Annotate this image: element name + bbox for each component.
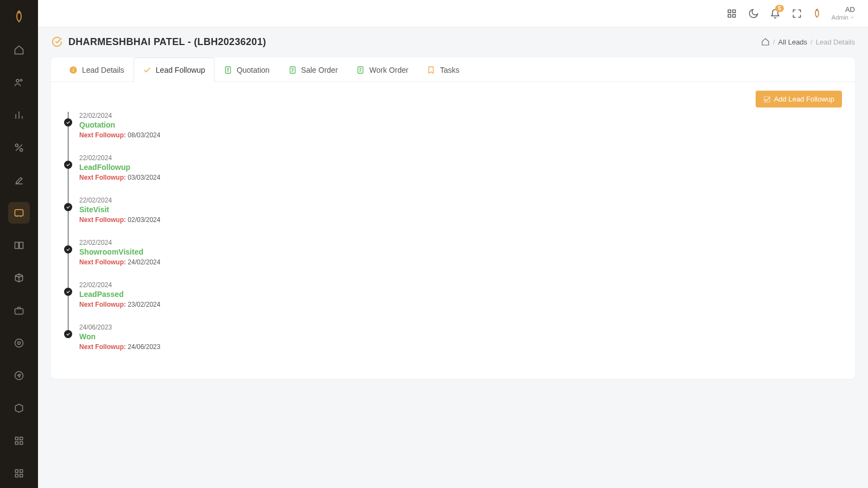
tab-label: Sale Order — [301, 66, 338, 74]
tab-label: Tasks — [440, 66, 459, 74]
fullscreen-icon[interactable] — [791, 8, 802, 19]
timeline-next: Next Followup: 24/06/2023 — [79, 343, 842, 351]
next-followup-date: 23/02/2024 — [128, 301, 160, 308]
nav-briefcase-icon[interactable] — [8, 300, 30, 321]
svg-point-3 — [15, 144, 18, 147]
nav-home-icon[interactable] — [8, 39, 30, 61]
chevron-down-icon — [850, 15, 855, 20]
content-card: Lead Details Lead Followup Quotation — [51, 58, 855, 379]
nav-package-icon[interactable] — [8, 397, 30, 419]
nav-users-icon[interactable] — [8, 72, 30, 93]
timeline-date: 22/02/2024 — [79, 197, 842, 204]
tab-sale-order[interactable]: Sale Order — [279, 58, 347, 82]
timeline-item: 22/02/2024LeadPassedNext Followup: 23/02… — [64, 281, 842, 324]
page-header: DHARMESHBHAI PATEL - (LBH20236201) / All… — [38, 27, 868, 52]
next-followup-label: Next Followup: — [79, 301, 126, 308]
tab-quotation[interactable]: Quotation — [214, 58, 279, 82]
timeline-item: 24/06/2023WonNext Followup: 24/06/2023 — [64, 324, 842, 366]
timeline-next: Next Followup: 03/03/2024 — [79, 174, 842, 181]
svg-point-8 — [18, 342, 21, 345]
page-title: DHARMESHBHAI PATEL - (LBH20236201) — [68, 36, 266, 48]
next-followup-label: Next Followup: — [79, 216, 126, 224]
tab-label: Lead Followup — [156, 66, 205, 74]
svg-rect-17 — [20, 474, 23, 477]
brand-small-icon[interactable] — [813, 8, 821, 20]
timeline-dot-icon — [64, 118, 72, 126]
svg-rect-11 — [20, 437, 23, 440]
tabs: Lead Details Lead Followup Quotation — [51, 58, 855, 82]
next-followup-date: 03/03/2024 — [128, 174, 160, 181]
info-icon — [69, 66, 78, 74]
bookmark-icon — [427, 66, 435, 74]
breadcrumb: / All Leads / Lead Details — [761, 37, 855, 46]
next-followup-date: 24/02/2024 — [128, 258, 160, 266]
svg-rect-16 — [15, 474, 18, 477]
tab-lead-followup[interactable]: Lead Followup — [134, 58, 214, 82]
timeline-next: Next Followup: 23/02/2024 — [79, 301, 842, 308]
breadcrumb-current: Lead Details — [816, 38, 855, 46]
user-menu[interactable]: AD Admin — [832, 5, 855, 21]
user-short: AD — [845, 5, 855, 14]
timeline-title: LeadPassed — [79, 290, 842, 299]
breadcrumb-separator: / — [810, 38, 813, 46]
timeline-item: 22/02/2024SiteVisitNext Followup: 02/03/… — [64, 197, 842, 239]
svg-rect-21 — [732, 10, 735, 12]
timeline-title: SiteVisit — [79, 205, 842, 214]
svg-rect-12 — [15, 442, 18, 445]
timeline-date: 22/02/2024 — [79, 281, 842, 289]
tab-label: Quotation — [237, 66, 270, 74]
nav-leads-icon[interactable] — [8, 202, 30, 224]
nav-compass-icon[interactable] — [8, 365, 30, 386]
next-followup-date: 02/03/2024 — [128, 216, 160, 224]
action-row: Add Lead Followup — [51, 82, 855, 112]
next-followup-label: Next Followup: — [79, 258, 126, 266]
breadcrumb-all-leads[interactable]: All Leads — [778, 38, 807, 46]
nav-percent-icon[interactable] — [8, 137, 30, 159]
document-icon — [356, 66, 365, 74]
topbar: 5 AD Admin — [38, 0, 868, 27]
nav-edit-icon[interactable] — [8, 169, 30, 191]
timeline-dot-icon — [64, 203, 72, 211]
apps-icon[interactable] — [726, 8, 737, 19]
tab-work-order[interactable]: Work Order — [347, 58, 417, 82]
nav-chart-icon[interactable] — [8, 104, 30, 126]
tab-tasks[interactable]: Tasks — [417, 58, 468, 82]
svg-rect-15 — [20, 470, 23, 472]
dark-mode-icon[interactable] — [748, 8, 759, 19]
next-followup-date: 08/03/2024 — [128, 131, 160, 139]
home-icon[interactable] — [761, 37, 770, 46]
check-circle-icon — [51, 36, 63, 48]
add-lead-followup-button[interactable]: Add Lead Followup — [756, 91, 842, 107]
svg-rect-10 — [15, 437, 18, 440]
document-icon — [224, 66, 232, 74]
timeline-dot-icon — [64, 245, 72, 253]
next-followup-label: Next Followup: — [79, 343, 126, 351]
notification-icon[interactable]: 5 — [770, 8, 781, 19]
timeline-title: ShowroomVisited — [79, 248, 842, 256]
nav-book-icon[interactable] — [8, 235, 30, 256]
svg-point-7 — [15, 339, 23, 347]
tab-label: Work Order — [369, 66, 408, 74]
main-content: 5 AD Admin DHARMESHBHAI PA — [38, 0, 868, 488]
nav-support-icon[interactable] — [8, 332, 30, 354]
timeline-dot-icon — [64, 161, 72, 169]
nav-cube-icon[interactable] — [8, 267, 30, 289]
nav-grid-icon[interactable] — [8, 430, 30, 452]
timeline-date: 22/02/2024 — [79, 112, 842, 119]
button-label: Add Lead Followup — [774, 95, 834, 103]
document-icon — [288, 66, 297, 74]
timeline-title: Won — [79, 332, 842, 341]
edit-check-icon — [763, 96, 771, 103]
timeline-next: Next Followup: 24/02/2024 — [79, 258, 842, 266]
svg-rect-14 — [15, 470, 18, 472]
tab-lead-details[interactable]: Lead Details — [60, 58, 134, 82]
svg-rect-20 — [728, 10, 731, 12]
tab-label: Lead Details — [82, 66, 124, 74]
svg-point-2 — [21, 79, 22, 81]
svg-rect-13 — [20, 442, 23, 445]
nav-grid2-icon[interactable] — [8, 462, 30, 484]
timeline-title: LeadFollowup — [79, 163, 842, 172]
breadcrumb-separator: / — [773, 38, 775, 46]
timeline-next: Next Followup: 08/03/2024 — [79, 131, 842, 139]
svg-rect-6 — [15, 309, 23, 314]
